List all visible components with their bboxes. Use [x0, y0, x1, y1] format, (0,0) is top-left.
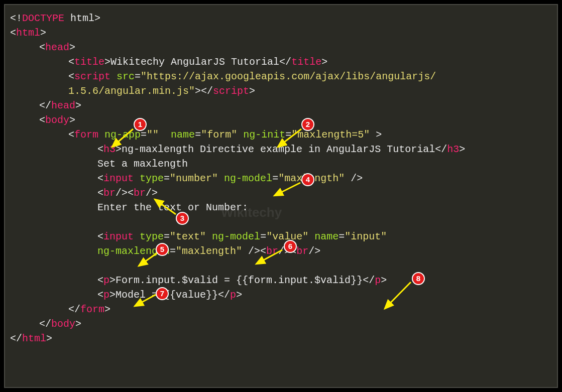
- code-line: 1.5.6/angular.min.js"></script>: [10, 84, 552, 98]
- svg-line-8: [385, 282, 411, 309]
- annotation-arrow: [252, 249, 285, 267]
- svg-line-6: [256, 250, 282, 264]
- annotation-arrow: [108, 128, 136, 151]
- annotation-marker-4: 4: [301, 173, 314, 186]
- annotation-marker-3: 3: [176, 212, 189, 225]
- code-line: <!DOCTYPE html>: [10, 11, 552, 26]
- code-line: <html>: [10, 26, 552, 40]
- code-line: </form>: [10, 302, 552, 317]
- svg-line-3: [155, 199, 176, 214]
- code-line: <p>Model = {{value}}</p>: [10, 288, 552, 302]
- svg-line-1: [112, 129, 133, 147]
- annotation-marker-2: 2: [301, 118, 314, 131]
- annotation-arrow: [274, 128, 304, 151]
- annotation-marker-1: 1: [134, 118, 147, 131]
- svg-line-2: [278, 129, 301, 147]
- annotation-marker-8: 8: [412, 272, 425, 285]
- annotation-arrow: [135, 252, 160, 270]
- svg-line-5: [139, 253, 157, 266]
- code-line: Enter the text or Number:: [10, 200, 552, 215]
- code-line: <head>: [10, 40, 552, 55]
- code-line: <input type="text" ng-model="value" name…: [10, 229, 552, 244]
- svg-line-4: [274, 183, 300, 196]
- code-line: </head>: [10, 98, 552, 113]
- annotation-marker-7: 7: [156, 287, 169, 300]
- code-block: <!DOCTYPE html> document.querySelector('…: [4, 4, 558, 388]
- annotation-marker-6: 6: [284, 240, 297, 253]
- code-line: [10, 215, 552, 229]
- code-line: </html>: [10, 331, 552, 346]
- code-line: <title>Wikitechy AngularJS Tutorial</tit…: [10, 55, 552, 69]
- annotation-arrow: [131, 284, 158, 309]
- code-line: </body>: [10, 317, 552, 331]
- svg-line-7: [135, 295, 156, 306]
- annotation-marker-5: 5: [156, 243, 169, 256]
- annotation-arrow: [381, 281, 413, 311]
- code-line: Set a maxlength: [10, 157, 552, 171]
- code-line: <body>: [10, 113, 552, 127]
- annotation-arrow: [270, 182, 303, 199]
- code-line: <script src="https://ajax.googleapis.com…: [10, 69, 552, 84]
- annotation-arrow: [151, 197, 178, 217]
- code-line: <p>Form.input.$valid = {{form.input.$val…: [10, 273, 552, 288]
